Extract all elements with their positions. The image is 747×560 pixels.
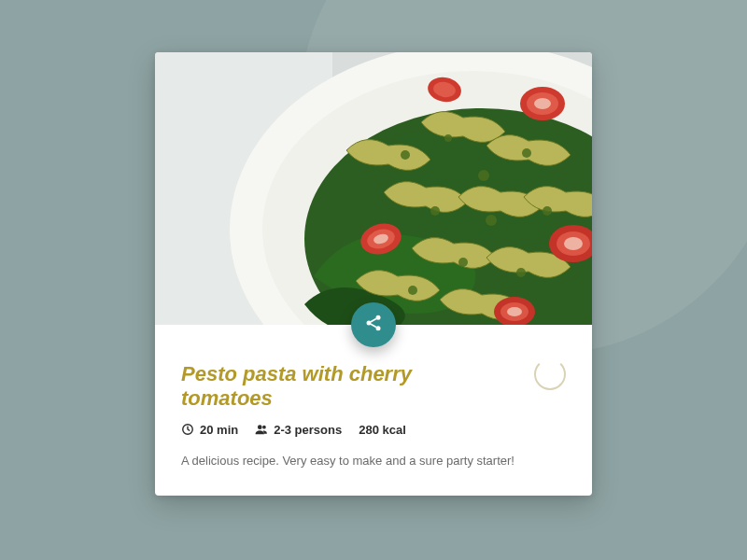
meta-calories: 280 kcal (359, 423, 406, 437)
svg-point-33 (258, 426, 262, 430)
meta-time: 20 min (181, 423, 238, 437)
recipe-hero-image (155, 52, 592, 325)
svg-point-34 (262, 426, 266, 429)
svg-point-12 (458, 258, 468, 267)
svg-point-10 (486, 215, 497, 226)
recipe-title: Pesto pasta with cherry tomatoes (181, 362, 489, 412)
recipe-content: Pesto pasta with cherry tomatoes 20 min … (155, 325, 592, 496)
svg-point-20 (564, 237, 583, 250)
svg-point-30 (367, 321, 372, 326)
meta-calories-value: 280 kcal (359, 423, 406, 437)
svg-point-14 (408, 286, 417, 295)
svg-point-9 (430, 206, 440, 216)
meta-time-value: 20 min (200, 423, 238, 437)
svg-point-5 (401, 150, 410, 160)
svg-point-8 (522, 148, 531, 158)
svg-point-29 (376, 315, 381, 320)
recipe-card: Pesto pasta with cherry tomatoes 20 min … (155, 52, 592, 496)
recipe-meta: 20 min 2-3 persons 280 kcal (181, 423, 566, 437)
svg-point-26 (507, 307, 522, 316)
users-icon (255, 423, 268, 436)
svg-point-13 (516, 268, 526, 277)
meta-servings-value: 2-3 persons (274, 423, 342, 437)
loading-spinner (534, 358, 566, 390)
clock-icon (181, 423, 194, 436)
svg-point-11 (543, 206, 552, 216)
svg-point-7 (478, 170, 489, 181)
share-button[interactable] (351, 302, 396, 347)
svg-point-17 (534, 98, 551, 109)
share-icon (364, 314, 383, 336)
recipe-description: A delicious recipe. Very easy to make an… (181, 452, 566, 470)
svg-point-31 (376, 326, 381, 330)
meta-servings: 2-3 persons (255, 423, 342, 437)
svg-point-6 (444, 134, 452, 142)
